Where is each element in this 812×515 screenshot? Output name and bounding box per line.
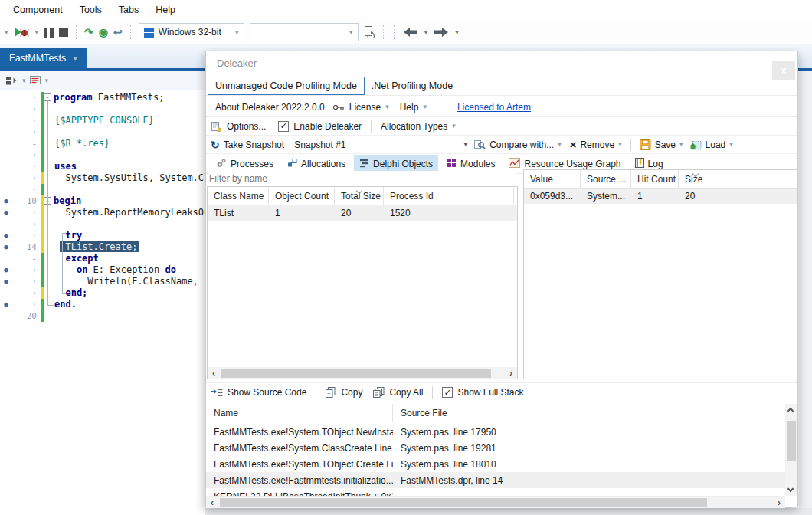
stop-button[interactable] — [59, 24, 68, 41]
scroll-left-arrow-icon[interactable]: ‹ — [206, 497, 218, 509]
license-menu-item[interactable]: License — [349, 102, 381, 113]
breakpoint-dot-icon[interactable]: ● — [0, 207, 12, 218]
snapshot-combobox[interactable]: Snapshot #1 ▾ — [288, 136, 470, 153]
stack-row[interactable]: FastMMTests.exe!Fastmmtests.initializati… — [206, 472, 785, 488]
tab-fastmmtests[interactable]: FastMMTests ● — [0, 48, 87, 68]
breakpoint-dot-icon[interactable] — [0, 92, 12, 103]
code-text — [44, 126, 54, 138]
breakpoint-dot-icon[interactable] — [0, 287, 12, 299]
apply-changes-button[interactable] — [6, 72, 18, 89]
save-button[interactable]: Save — [655, 139, 676, 150]
column-header[interactable]: Value — [524, 170, 581, 188]
breakpoint-dot-icon[interactable] — [0, 253, 12, 264]
step-over-button[interactable]: ↷ — [84, 24, 93, 41]
show-full-stack-checkbox[interactable]: ✓ — [442, 387, 453, 398]
breakpoint-dot-icon[interactable]: ● — [0, 195, 12, 207]
mode-tab-unmanaged-code-profiling-mode[interactable]: Unmanaged Code Profiling Mode — [208, 77, 365, 95]
copy-button[interactable]: Copy — [341, 387, 362, 398]
column-header[interactable]: Hit Count — [631, 170, 679, 188]
scroll-right-arrow-icon[interactable]: › — [505, 367, 517, 379]
enable-deleaker-checkbox[interactable]: ✓ — [278, 121, 289, 132]
target-combobox[interactable]: ▾ — [250, 23, 359, 41]
breakpoint-dot-icon[interactable]: ● — [0, 299, 12, 310]
breakpoint-dot-icon[interactable] — [0, 310, 12, 322]
scrollbar-thumb[interactable] — [787, 421, 796, 461]
stack-row[interactable]: KERNEL32.DLL!BaseThreadInitThunk + 0x1..… — [206, 488, 785, 496]
dropdown-icon[interactable]: ▾ — [5, 24, 8, 41]
view-tab-allocations[interactable]: Allocations — [282, 155, 351, 173]
breakpoint-dot-icon[interactable] — [0, 161, 12, 172]
load-button[interactable]: Load — [706, 139, 726, 150]
scroll-right-arrow-icon[interactable]: › — [773, 497, 785, 509]
menu-tabs[interactable]: Tabs — [110, 1, 147, 19]
breakpoint-dot-icon[interactable] — [0, 149, 12, 161]
column-header[interactable]: Source ... — [581, 170, 631, 188]
chevron-down-icon[interactable]: ▾ — [22, 72, 26, 89]
step-out-button[interactable]: ↩ — [113, 24, 123, 41]
scroll-up-arrow-icon[interactable] — [787, 408, 794, 414]
remove-button[interactable]: Remove — [580, 139, 614, 150]
show-source-code-button[interactable]: Show Source Code — [228, 387, 306, 398]
table-row[interactable]: TList1201520 — [208, 205, 517, 221]
take-snapshot-button[interactable]: Take Snapshot — [224, 139, 284, 150]
stack-hscrollbar[interactable]: ‹ › — [206, 496, 785, 508]
breakpoint-dot-icon[interactable] — [0, 138, 12, 149]
stack-vscrollbar[interactable] — [785, 404, 797, 496]
view-tab-modules[interactable]: Modules — [441, 155, 500, 173]
breakpoint-dot-icon[interactable] — [0, 115, 12, 126]
scrollbar-thumb[interactable] — [220, 498, 707, 507]
mode-tab--net-profiling-mode[interactable]: .Net Profiling Mode — [365, 77, 460, 94]
column-header[interactable]: Size — [679, 170, 712, 188]
stack-row[interactable]: FastMMTests.exe!System.TObject.NewInsta.… — [206, 424, 785, 440]
column-header[interactable]: Source File — [393, 404, 776, 422]
breakpoint-dot-icon[interactable] — [0, 218, 12, 230]
breakpoint-dot-icon[interactable]: ● — [0, 264, 12, 276]
copy-all-button[interactable]: Copy All — [389, 387, 423, 398]
compare-with-button[interactable]: Compare with... — [489, 139, 554, 150]
run-dropdown-icon[interactable]: ▾ — [35, 24, 39, 41]
table-row[interactable]: 0x059d3...System...120 — [524, 189, 797, 204]
help-menu-item[interactable]: Help — [400, 102, 419, 113]
breakpoint-dot-icon[interactable] — [0, 126, 12, 138]
column-header[interactable]: Object Count — [269, 187, 335, 205]
breakpoint-dot-icon[interactable]: ● — [0, 230, 12, 241]
breakpoint-dot-icon[interactable] — [0, 172, 12, 184]
breakpoint-dot-icon[interactable]: ● — [0, 276, 12, 287]
refresh-project-button[interactable] — [364, 24, 375, 41]
breakpoint-dot-icon[interactable] — [0, 184, 12, 195]
scrollbar-thumb[interactable] — [221, 369, 491, 378]
objects-hscrollbar[interactable]: ‹ › — [208, 367, 517, 379]
filter-field-wrap — [209, 171, 516, 186]
stack-row[interactable]: FastMMTests.exe!System.ClassCreate Line … — [206, 440, 785, 456]
navigate-back-button[interactable] — [402, 24, 419, 41]
run-to-cursor-button[interactable]: ◉ — [99, 24, 108, 41]
licensed-to-link[interactable]: Licensed to Artem — [457, 102, 531, 113]
column-header[interactable]: Name — [206, 404, 393, 422]
format-source-button[interactable] — [30, 72, 41, 89]
menu-tools[interactable]: Tools — [71, 1, 110, 19]
allocation-types-button[interactable]: Allocation Types — [381, 121, 447, 132]
chevron-down-icon[interactable]: ▾ — [45, 72, 49, 89]
column-header[interactable]: Process Id — [384, 187, 514, 205]
column-header[interactable]: Class Name — [208, 187, 269, 205]
forward-history-dropdown-icon[interactable]: ▾ — [455, 28, 459, 36]
stack-row[interactable]: FastMMTests.exe!System.TObject.Create Li… — [206, 456, 785, 472]
fold-toggle-icon[interactable]: - — [44, 93, 51, 101]
platform-combobox[interactable]: Windows 32-bit ▾ — [139, 23, 244, 41]
breakpoint-dot-icon[interactable]: ● — [0, 241, 12, 253]
run-debug-button[interactable] — [14, 24, 30, 41]
navigate-forward-button[interactable] — [433, 24, 450, 41]
pause-button[interactable] — [44, 24, 54, 41]
breakpoint-dot-icon[interactable] — [0, 103, 12, 115]
view-tab-delphi-objects[interactable]: Delphi Objects — [354, 155, 438, 173]
scroll-down-arrow-icon[interactable] — [787, 486, 794, 492]
options-button[interactable]: Options... — [227, 121, 266, 132]
filter-input[interactable] — [209, 171, 516, 186]
back-history-dropdown-icon[interactable]: ▾ — [424, 28, 428, 36]
scroll-left-arrow-icon[interactable]: ‹ — [208, 367, 220, 379]
menu-help[interactable]: Help — [147, 1, 184, 19]
view-tab-processes[interactable]: Processes — [211, 155, 279, 173]
column-header[interactable]: Total Size — [335, 187, 384, 205]
about-menu-item[interactable]: About Deleaker 2022.2.0.0 — [215, 102, 325, 113]
menu-component[interactable]: Component — [5, 1, 71, 19]
